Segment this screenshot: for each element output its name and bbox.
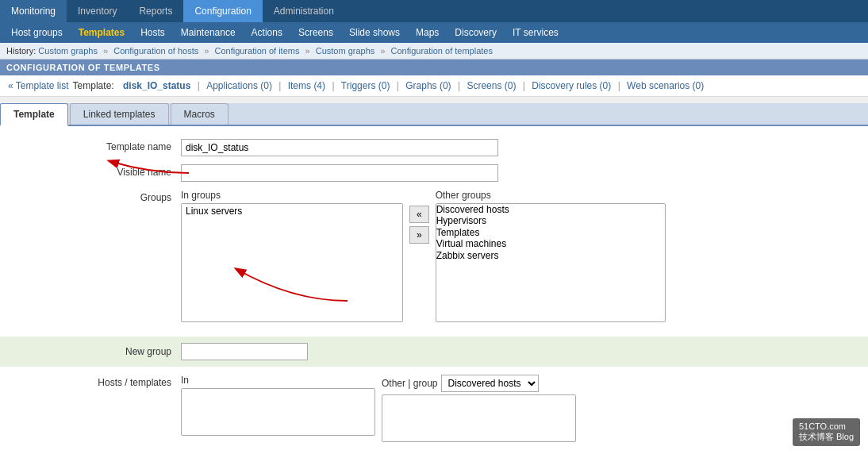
top-nav-reports[interactable]: Reports: [128, 0, 183, 22]
groups-label: Groups: [6, 190, 181, 203]
other-group-discovered-hosts[interactable]: Discovered hosts: [436, 204, 665, 215]
template-label: Template:: [73, 80, 114, 91]
template-links-bar: « Template list Template: disk_IO_status…: [0, 75, 868, 97]
other-group-hypervisors[interactable]: Hypervisors: [436, 215, 665, 226]
tabs-bar: Template Linked templates Macros: [0, 103, 868, 126]
web-scenarios-link[interactable]: Web scenarios (0): [627, 80, 704, 91]
second-navigation: Host groups Templates Hosts Maintenance …: [0, 22, 868, 43]
new-group-row: New group: [0, 337, 868, 367]
tab-linked-templates[interactable]: Linked templates: [70, 103, 169, 125]
graphs-link[interactable]: Graphs (0): [405, 80, 451, 91]
top-nav-administration[interactable]: Administration: [263, 0, 345, 22]
nav-host-groups[interactable]: Host groups: [3, 22, 71, 43]
section-header: CONFIGURATION OF TEMPLATES: [0, 60, 868, 75]
history-custom-graphs-1[interactable]: Custom graphs: [38, 46, 98, 56]
watermark: 51CTO.com 技术博客 Blog: [793, 418, 860, 446]
nav-actions[interactable]: Actions: [244, 22, 290, 43]
history-config-items[interactable]: Configuration of items: [214, 46, 299, 56]
history-config-templates[interactable]: Configuration of templates: [391, 46, 493, 56]
new-group-label: New group: [6, 346, 181, 357]
top-nav-configuration[interactable]: Configuration: [183, 0, 262, 22]
hosts-other-group-select[interactable]: Discovered hosts Hypervisors Linux serve…: [441, 375, 539, 392]
history-custom-graphs-2[interactable]: Custom graphs: [316, 46, 375, 56]
top-nav-monitoring[interactable]: Monitoring: [0, 0, 67, 22]
template-list-link[interactable]: « Template list: [8, 80, 68, 91]
nav-maps[interactable]: Maps: [408, 22, 447, 43]
tab-macros[interactable]: Macros: [171, 103, 229, 125]
hosts-templates-label: Hosts / templates: [6, 375, 181, 388]
hosts-templates-section: Hosts / templates In Other | group Disco…: [0, 367, 868, 454]
triggers-link[interactable]: Triggers (0): [341, 80, 390, 91]
tab-template[interactable]: Template: [0, 103, 68, 126]
new-group-input[interactable]: [181, 343, 308, 360]
hosts-templates-row: Hosts / templates In Other | group Disco…: [6, 375, 862, 442]
hosts-other-label: Other | group: [382, 378, 438, 389]
hosts-templates-control: In Other | group Discovered hosts Hyperv…: [181, 375, 862, 442]
other-group-zabbix-servers[interactable]: Zabbix servers: [436, 250, 665, 261]
visible-name-row: Visible name: [6, 164, 862, 182]
nav-screens[interactable]: Screens: [290, 22, 341, 43]
nav-it-services[interactable]: IT services: [505, 22, 567, 43]
groups-row: Groups In groups Linux servers « »: [6, 190, 862, 322]
nav-maintenance[interactable]: Maintenance: [173, 22, 244, 43]
template-name-label: Template name: [6, 139, 181, 152]
main-form: Template name Visible name: [0, 126, 868, 454]
other-groups-list[interactable]: Discovered hosts Hypervisors Templates V…: [436, 203, 666, 322]
discovery-rules-link[interactable]: Discovery rules (0): [532, 80, 611, 91]
hosts-other-list[interactable]: [382, 394, 576, 442]
group-transfer-buttons: « »: [409, 190, 429, 244]
hosts-in-label: In: [181, 375, 375, 386]
watermark-line1: 51CTO.com: [799, 421, 854, 431]
hosts-groups-container: In Other | group Discovered hosts Hyperv…: [181, 375, 862, 442]
hosts-other-select-area: Other | group Discovered hosts Hyperviso…: [382, 375, 576, 392]
items-link[interactable]: Items (4): [288, 80, 325, 91]
other-groups-box: Other groups Discovered hosts Hypervisor…: [436, 190, 666, 322]
in-groups-label: In groups: [181, 190, 403, 201]
other-group-templates[interactable]: Templates: [436, 227, 665, 238]
visible-name-label: Visible name: [6, 164, 181, 178]
nav-discovery[interactable]: Discovery: [447, 22, 505, 43]
groups-control: In groups Linux servers « » Other groups: [181, 190, 862, 322]
move-right-button[interactable]: »: [409, 226, 429, 244]
hosts-in-list[interactable]: [181, 388, 375, 436]
in-groups-list[interactable]: Linux servers: [181, 203, 403, 322]
other-groups-label: Other groups: [436, 190, 666, 201]
history-config-hosts[interactable]: Configuration of hosts: [113, 46, 198, 56]
template-name-input[interactable]: [181, 139, 498, 156]
applications-link[interactable]: Applications (0): [206, 80, 272, 91]
other-group-virtual-machines[interactable]: Virtual machines: [436, 238, 665, 249]
screens-link[interactable]: Screens (0): [467, 80, 516, 91]
template-name-row: Template name: [6, 139, 862, 156]
hosts-other-box: Other | group Discovered hosts Hyperviso…: [382, 375, 576, 442]
nav-hosts[interactable]: Hosts: [133, 22, 173, 43]
in-group-linux-servers[interactable]: Linux servers: [182, 204, 402, 218]
history-label: History:: [6, 46, 36, 56]
watermark-line2: 技术博客 Blog: [799, 431, 854, 443]
nav-slide-shows[interactable]: Slide shows: [341, 22, 408, 43]
top-nav-inventory[interactable]: Inventory: [67, 0, 128, 22]
template-name-link[interactable]: disk_IO_status: [123, 80, 190, 91]
template-name-control: [181, 139, 862, 156]
visible-name-input[interactable]: [181, 164, 498, 182]
in-groups-box: In groups Linux servers: [181, 190, 403, 322]
visible-name-control: [181, 164, 862, 182]
history-bar: History: Custom graphs » Configuration o…: [0, 43, 868, 60]
hosts-in-box: In: [181, 375, 375, 436]
nav-templates[interactable]: Templates: [71, 22, 133, 43]
move-left-button[interactable]: «: [409, 206, 429, 223]
top-navigation: Monitoring Inventory Reports Configurati…: [0, 0, 868, 22]
